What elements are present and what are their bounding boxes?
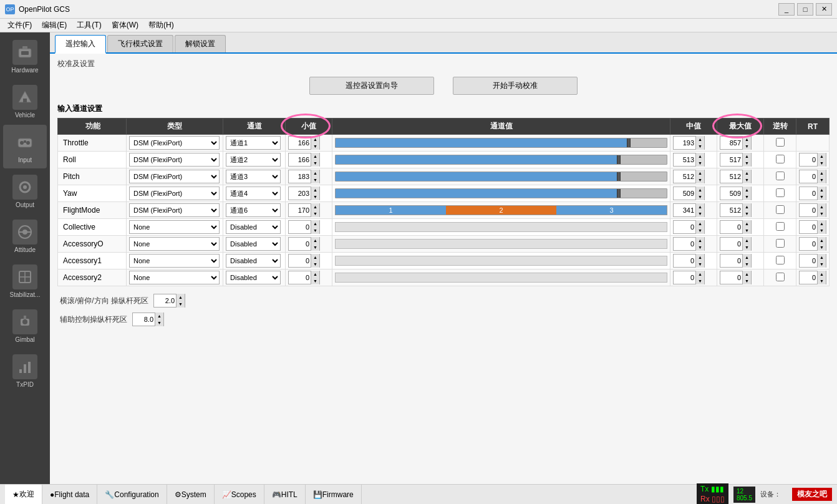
calib-wizard-button[interactable]: 遥控器设置向导 <box>309 77 434 95</box>
rt-input-2[interactable] <box>800 173 817 180</box>
channel-type-select-8[interactable]: None <box>129 271 220 284</box>
channel-max-2[interactable]: ▲▼ <box>717 168 764 185</box>
statusbar-tab-system[interactable]: ⚙ System <box>167 485 215 504</box>
channel-min-5[interactable]: ▲▼ <box>286 219 332 236</box>
channel-rt-8[interactable]: ▲▼ <box>796 269 830 286</box>
channel-rt-3[interactable]: ▲▼ <box>796 185 830 202</box>
reverse-checkbox-6[interactable] <box>776 239 785 248</box>
channel-min-input-0[interactable] <box>289 139 311 147</box>
channel-type-6[interactable]: None <box>127 236 223 253</box>
channel-chan-4[interactable]: 通道6 <box>223 202 286 219</box>
channel-slider-0[interactable] <box>332 135 670 152</box>
channel-mid-4[interactable]: ▲▼ <box>670 202 717 219</box>
channel-chan-1[interactable]: 通道2 <box>223 152 286 168</box>
channel-type-select-0[interactable]: DSM (FlexiPort) <box>129 136 220 150</box>
channel-min-4[interactable]: ▲▼ <box>286 202 332 219</box>
channel-slider-2[interactable] <box>332 168 670 185</box>
channel-min-2[interactable]: ▲▼ <box>286 168 332 185</box>
reverse-checkbox-4[interactable] <box>776 205 785 214</box>
tab-rc-input[interactable]: 遥控输入 <box>55 35 106 54</box>
channel-chan-select-6[interactable]: Disabled <box>226 237 281 251</box>
channel-max-input-2[interactable] <box>720 173 742 180</box>
channel-min-3[interactable]: ▲▼ <box>286 185 332 202</box>
channel-rt-0[interactable] <box>796 135 830 152</box>
channel-chan-select-7[interactable]: Disabled <box>226 254 281 268</box>
menu-tools[interactable]: 工具(T) <box>72 19 106 32</box>
channel-mid-2[interactable]: ▲▼ <box>670 168 717 185</box>
channel-mid-input-6[interactable] <box>674 240 695 248</box>
minimize-button[interactable]: _ <box>778 3 795 16</box>
channel-max-input-0[interactable] <box>720 139 742 147</box>
channel-max-8[interactable]: ▲▼ <box>717 269 764 286</box>
channel-rt-1[interactable]: ▲▼ <box>796 152 830 168</box>
menu-window[interactable]: 窗体(W) <box>107 19 143 32</box>
deadband-up[interactable]: ▲ <box>176 294 185 301</box>
reverse-checkbox-0[interactable] <box>776 138 785 147</box>
channel-mid-input-0[interactable] <box>674 139 695 147</box>
channel-slider-7[interactable] <box>332 253 670 269</box>
channel-rt-6[interactable]: ▲▼ <box>796 236 830 253</box>
slider-track-3[interactable] <box>335 188 667 198</box>
channel-mid-input-2[interactable] <box>674 173 695 180</box>
channel-slider-8[interactable] <box>332 269 670 286</box>
aux-deadband-spinner[interactable]: ▲ ▼ <box>132 313 164 326</box>
channel-chan-select-5[interactable]: Disabled <box>226 220 281 234</box>
channel-max-input-3[interactable] <box>720 190 742 197</box>
deadband-input[interactable] <box>154 297 176 304</box>
channel-min-input-8[interactable] <box>289 274 311 281</box>
channel-chan-select-3[interactable]: 通道4 <box>226 187 281 200</box>
channel-min-6[interactable]: ▲▼ <box>286 236 332 253</box>
channel-reverse-7[interactable] <box>764 253 796 269</box>
channel-type-7[interactable]: None <box>127 253 223 269</box>
aux-deadband-down[interactable]: ▼ <box>155 319 163 326</box>
channel-max-input-5[interactable] <box>720 223 742 231</box>
channel-mid-0[interactable]: ▲▼ <box>670 135 717 152</box>
channel-max-input-8[interactable] <box>720 274 742 281</box>
aux-deadband-input[interactable] <box>133 316 155 323</box>
slider-thumb-3[interactable] <box>617 188 621 198</box>
reverse-checkbox-1[interactable] <box>776 155 785 163</box>
channel-type-2[interactable]: DSM (FlexiPort) <box>127 168 223 185</box>
menu-edit[interactable]: 编辑(E) <box>37 19 72 32</box>
statusbar-tab-scopes[interactable]: 📈 Scopes <box>215 485 264 504</box>
rt-input-7[interactable] <box>800 257 817 264</box>
channel-chan-select-8[interactable]: Disabled <box>226 271 281 284</box>
channel-mid-3[interactable]: ▲▼ <box>670 185 717 202</box>
channel-max-4[interactable]: ▲▼ <box>717 202 764 219</box>
channel-chan-7[interactable]: Disabled <box>223 253 286 269</box>
channel-type-4[interactable]: DSM (FlexiPort) <box>127 202 223 219</box>
channel-chan-3[interactable]: 通道4 <box>223 185 286 202</box>
channel-chan-2[interactable]: 通道3 <box>223 168 286 185</box>
channel-mid-input-5[interactable] <box>674 223 695 231</box>
channel-chan-select-4[interactable]: 通道6 <box>226 203 281 217</box>
channel-chan-6[interactable]: Disabled <box>223 236 286 253</box>
reverse-checkbox-3[interactable] <box>776 188 785 197</box>
channel-type-select-7[interactable]: None <box>129 254 220 268</box>
channel-max-1[interactable]: ▲▼ <box>717 152 764 168</box>
channel-min-input-4[interactable] <box>289 206 311 214</box>
channel-type-select-5[interactable]: None <box>129 220 220 234</box>
channel-min-input-6[interactable] <box>289 240 311 248</box>
channel-rt-5[interactable]: ▲▼ <box>796 219 830 236</box>
channel-mid-1[interactable]: ▲▼ <box>670 152 717 168</box>
channel-rt-4[interactable]: ▲▼ <box>796 202 830 219</box>
channel-max-input-1[interactable] <box>720 156 742 163</box>
channel-slider-3[interactable] <box>332 185 670 202</box>
channel-type-0[interactable]: DSM (FlexiPort) <box>127 135 223 152</box>
channel-mid-input-8[interactable] <box>674 274 695 281</box>
reverse-checkbox-2[interactable] <box>776 172 785 180</box>
sidebar-item-stabilization[interactable]: Stabilizat... <box>3 259 47 303</box>
channel-reverse-2[interactable] <box>764 168 796 185</box>
channel-min-input-3[interactable] <box>289 190 311 197</box>
slider-thumb-1[interactable] <box>617 155 621 165</box>
channel-mid-7[interactable]: ▲▼ <box>670 253 717 269</box>
statusbar-tab-configuration[interactable]: 🔧 Configuration <box>97 485 167 504</box>
channel-chan-0[interactable]: 通道1 <box>223 135 286 152</box>
channel-mid-input-3[interactable] <box>674 190 695 197</box>
rt-input-1[interactable] <box>800 156 817 163</box>
sidebar-item-output[interactable]: Output <box>3 170 47 213</box>
rt-input-8[interactable] <box>800 274 817 281</box>
channel-slider-1[interactable] <box>332 152 670 168</box>
deadband-spinner[interactable]: ▲ ▼ <box>153 294 185 308</box>
channel-type-select-1[interactable]: DSM (FlexiPort) <box>129 153 220 167</box>
